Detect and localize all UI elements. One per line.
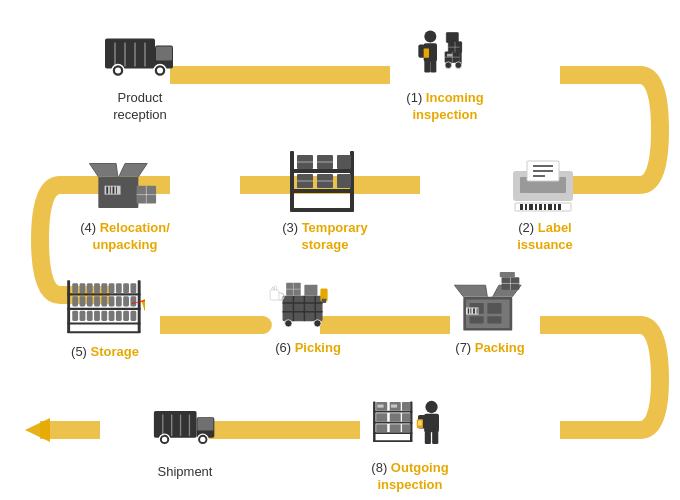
svg-rect-130	[473, 308, 475, 313]
step-picking: (6) Picking	[248, 268, 368, 357]
svg-rect-131	[477, 308, 478, 313]
svg-rect-18	[424, 48, 429, 57]
svg-rect-75	[67, 331, 140, 333]
svg-rect-126	[487, 316, 501, 323]
svg-rect-1	[105, 38, 155, 68]
picking-icon	[268, 268, 348, 338]
step-temporary-storage: (3) Temporarystorage	[270, 148, 380, 254]
svg-rect-48	[290, 169, 354, 173]
step-outgoing-inspection-label: (8) Outgoinginspection	[371, 460, 448, 494]
svg-rect-149	[373, 411, 412, 413]
boxes-icon	[85, 148, 165, 218]
svg-rect-93	[130, 296, 136, 306]
step-outgoing-inspection: (8) Outgoinginspection	[340, 388, 480, 494]
step-packing: (7) Packing	[435, 268, 545, 357]
step-storage: (5) Storage	[45, 272, 165, 361]
svg-rect-15	[430, 44, 437, 57]
svg-rect-158	[402, 413, 411, 422]
svg-rect-115	[304, 285, 317, 296]
svg-marker-0	[25, 418, 50, 442]
svg-rect-71	[138, 280, 141, 332]
outgoing-icon	[370, 388, 450, 458]
svg-rect-128	[468, 308, 469, 313]
svg-rect-44	[554, 204, 556, 210]
step-relocation-unpacking: (4) Relocation/unpacking	[65, 148, 185, 254]
svg-point-113	[314, 320, 321, 327]
svg-rect-167	[432, 415, 439, 429]
step-label-issuance-label: (2) Labelissuance	[517, 220, 573, 254]
svg-rect-151	[373, 432, 412, 434]
svg-rect-78	[87, 283, 93, 293]
svg-rect-89	[101, 296, 107, 306]
svg-rect-85	[72, 296, 78, 306]
packing-icon	[450, 268, 530, 338]
svg-rect-70	[67, 280, 70, 332]
svg-point-141	[200, 437, 205, 442]
svg-rect-157	[390, 413, 401, 422]
svg-rect-88	[94, 296, 100, 306]
svg-rect-98	[101, 310, 107, 320]
svg-rect-49	[290, 189, 354, 193]
step-temporary-storage-label: (3) Temporarystorage	[282, 220, 368, 254]
svg-rect-95	[80, 310, 86, 320]
svg-rect-129	[470, 308, 471, 313]
svg-rect-96	[87, 310, 93, 320]
svg-rect-87	[87, 296, 93, 306]
svg-rect-79	[94, 283, 100, 293]
warehouse-flow-diagram: Productreception	[0, 0, 680, 500]
svg-rect-43	[548, 204, 552, 210]
svg-rect-42	[544, 204, 546, 210]
inspector-icon	[405, 18, 485, 88]
svg-rect-81	[109, 283, 115, 293]
svg-point-4	[115, 67, 121, 73]
svg-rect-119	[322, 299, 326, 303]
svg-rect-90	[109, 296, 115, 306]
svg-point-12	[424, 30, 436, 42]
svg-rect-76	[72, 283, 78, 293]
svg-rect-103	[141, 297, 145, 315]
svg-rect-83	[123, 283, 129, 293]
svg-rect-17	[430, 60, 436, 72]
svg-rect-152	[373, 440, 412, 442]
truck-icon	[100, 18, 180, 88]
svg-rect-106	[283, 296, 323, 321]
svg-rect-36	[515, 203, 571, 211]
svg-rect-155	[402, 402, 411, 411]
svg-rect-136	[154, 411, 197, 438]
svg-rect-97	[94, 310, 100, 320]
svg-rect-66	[116, 186, 117, 193]
svg-rect-80	[101, 283, 107, 293]
svg-rect-7	[156, 46, 172, 60]
svg-rect-163	[391, 405, 397, 408]
svg-rect-38	[525, 204, 527, 210]
svg-rect-40	[535, 204, 537, 210]
svg-rect-72	[67, 293, 140, 295]
svg-rect-102	[130, 310, 136, 320]
svg-point-27	[445, 61, 452, 68]
svg-rect-41	[539, 204, 542, 210]
step-packing-label: (7) Packing	[455, 340, 524, 357]
shelf-small-icon	[285, 148, 365, 218]
svg-rect-82	[116, 283, 122, 293]
step-product-reception: Productreception	[80, 18, 200, 124]
svg-rect-94	[72, 310, 78, 320]
svg-rect-50	[290, 208, 354, 212]
svg-rect-160	[390, 424, 401, 432]
shelf-large-icon	[65, 272, 145, 342]
svg-rect-84	[130, 283, 136, 293]
svg-rect-46	[290, 151, 294, 211]
svg-point-112	[285, 320, 292, 327]
svg-rect-77	[80, 283, 86, 293]
svg-rect-99	[109, 310, 115, 320]
step-shipment-label: Shipment	[158, 464, 213, 481]
step-shipment: Shipment	[130, 392, 240, 481]
svg-point-139	[162, 437, 167, 442]
svg-rect-120	[270, 290, 279, 300]
svg-rect-168	[425, 432, 431, 444]
step-relocation-unpacking-label: (4) Relocation/unpacking	[80, 220, 170, 254]
svg-rect-125	[470, 316, 484, 323]
svg-rect-91	[116, 296, 122, 306]
svg-rect-63	[106, 186, 108, 193]
svg-rect-156	[376, 413, 387, 422]
svg-rect-159	[376, 424, 387, 432]
